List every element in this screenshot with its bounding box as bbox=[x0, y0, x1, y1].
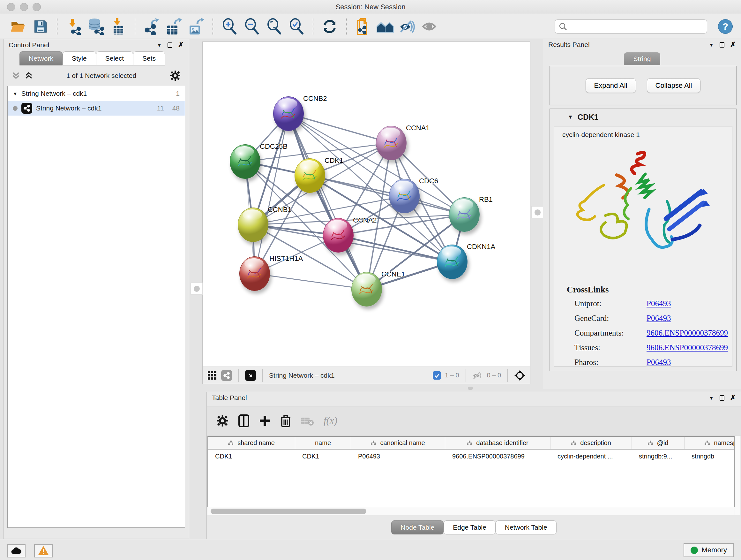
network-node-cdc25b[interactable] bbox=[230, 144, 260, 179]
first-neighbors-button[interactable] bbox=[375, 17, 395, 37]
crosslink-link[interactable]: P06493 bbox=[647, 314, 671, 323]
right-splitter-handle[interactable] bbox=[531, 206, 543, 219]
tab-string[interactable]: String bbox=[624, 52, 661, 65]
network-collection-row[interactable]: ▼ String Network – cdk1 1 bbox=[8, 86, 185, 101]
window-zoom-button[interactable] bbox=[32, 3, 41, 11]
network-edge[interactable] bbox=[338, 235, 452, 262]
horizontal-splitter-grip[interactable] bbox=[468, 387, 473, 390]
show-columns-icon[interactable] bbox=[238, 414, 250, 428]
network-options-gear-icon[interactable] bbox=[170, 70, 181, 81]
maximize-panel-icon[interactable] bbox=[720, 42, 724, 48]
expand-all-button[interactable]: Expand All bbox=[586, 78, 636, 93]
column-header-name[interactable]: name bbox=[295, 437, 351, 449]
export-network-button[interactable] bbox=[142, 17, 161, 37]
network-edge[interactable] bbox=[255, 273, 367, 289]
collapse-entry-icon[interactable]: ▼ bbox=[568, 114, 573, 120]
table-cell[interactable]: 9606.ENSP00000378699 bbox=[445, 453, 550, 460]
table-cell[interactable]: CDK1 bbox=[295, 453, 351, 460]
table-cell[interactable]: stringdb bbox=[684, 453, 735, 460]
network-node-cdk1[interactable] bbox=[294, 159, 325, 193]
show-all-button[interactable] bbox=[420, 17, 440, 37]
maximize-panel-icon[interactable] bbox=[720, 395, 724, 401]
expand-all-networks-icon[interactable] bbox=[24, 71, 33, 80]
close-panel-icon[interactable]: ✗ bbox=[730, 41, 736, 48]
fit-content-crosshair-icon[interactable] bbox=[514, 370, 526, 381]
warnings-button[interactable] bbox=[34, 544, 53, 557]
table-cell[interactable]: P06493 bbox=[351, 453, 445, 460]
column-header-shared-name[interactable]: shared name bbox=[208, 437, 295, 449]
table-horizontal-scrollbar[interactable] bbox=[207, 507, 735, 515]
collapse-all-networks-icon[interactable] bbox=[12, 71, 20, 80]
open-session-button[interactable] bbox=[8, 17, 28, 37]
table-vertical-scrollbar[interactable] bbox=[735, 436, 740, 515]
column-header-description[interactable]: description bbox=[550, 437, 632, 449]
crosslink-link[interactable]: 9606.ENSP00000378699 bbox=[647, 328, 728, 337]
hide-selected-button[interactable] bbox=[398, 17, 417, 37]
zoom-out-button[interactable] bbox=[242, 17, 262, 37]
detach-view-icon[interactable] bbox=[245, 370, 256, 381]
table-cell[interactable]: CDK1 bbox=[208, 453, 295, 460]
network-node-cdkn1a[interactable] bbox=[437, 245, 468, 279]
zoom-selected-button[interactable] bbox=[286, 17, 307, 37]
table-cell[interactable]: cyclin-dependent ... bbox=[550, 453, 632, 460]
crosslink-link[interactable]: P06493 bbox=[647, 358, 671, 367]
network-node-hist1h1a[interactable] bbox=[239, 256, 270, 291]
maximize-panel-icon[interactable] bbox=[167, 43, 172, 48]
network-canvas[interactable]: CCNB2 CCNA1 CDC25B CDK1 CDC6 bbox=[203, 42, 530, 367]
network-node-ccnb2[interactable] bbox=[273, 97, 304, 131]
import-network-file-button[interactable] bbox=[64, 17, 84, 37]
search-input[interactable] bbox=[569, 23, 703, 30]
float-panel-icon[interactable]: ▼ bbox=[709, 395, 714, 400]
crosslink-link[interactable]: 9606.ENSP00000378699 bbox=[647, 343, 728, 352]
tab-node-table[interactable]: Node Table bbox=[391, 520, 444, 535]
table-cell[interactable]: stringdb:9... bbox=[632, 453, 684, 460]
delete-column-trash-icon[interactable] bbox=[280, 415, 291, 427]
scrollbar-thumb[interactable] bbox=[211, 509, 366, 514]
network-row[interactable]: String Network – cdk1 11 48 bbox=[8, 101, 185, 116]
cloud-status-button[interactable] bbox=[7, 544, 25, 557]
network-node-rb1[interactable] bbox=[449, 197, 480, 232]
tree-expander-icon[interactable]: ▼ bbox=[13, 91, 17, 97]
left-splitter-handle[interactable] bbox=[191, 283, 203, 295]
tab-network-table[interactable]: Network Table bbox=[495, 520, 556, 535]
window-minimize-button[interactable] bbox=[20, 3, 28, 11]
birds-eye-grid-icon[interactable] bbox=[207, 370, 217, 381]
import-network-database-button[interactable] bbox=[86, 17, 106, 37]
column-header-namespace[interactable]: namespace bbox=[684, 437, 735, 449]
tab-edge-table[interactable]: Edge Table bbox=[444, 520, 495, 535]
crosslink-link[interactable]: P06493 bbox=[647, 299, 671, 308]
save-session-button[interactable] bbox=[30, 17, 51, 37]
network-overview-icon[interactable] bbox=[221, 370, 232, 381]
zoom-in-button[interactable] bbox=[219, 17, 239, 37]
export-table-button[interactable] bbox=[164, 17, 184, 37]
import-table-button[interactable] bbox=[109, 17, 128, 37]
close-panel-icon[interactable]: ✗ bbox=[178, 42, 184, 49]
create-column-plus-icon[interactable] bbox=[259, 415, 271, 427]
float-panel-icon[interactable]: ▼ bbox=[157, 43, 162, 48]
selected-nodes-checkbox[interactable] bbox=[433, 371, 441, 380]
network-node-cdc6[interactable] bbox=[389, 179, 420, 213]
memory-button[interactable]: Memory bbox=[684, 543, 734, 557]
column-header-canonical-name[interactable]: canonical name bbox=[351, 437, 445, 449]
tab-network[interactable]: Network bbox=[19, 51, 63, 65]
refresh-button[interactable] bbox=[320, 17, 340, 37]
network-node-ccna2[interactable] bbox=[323, 218, 354, 253]
network-edge[interactable] bbox=[288, 114, 367, 289]
float-panel-icon[interactable]: ▼ bbox=[709, 43, 714, 47]
close-panel-icon[interactable]: ✗ bbox=[730, 394, 736, 401]
network-edge[interactable] bbox=[288, 114, 391, 143]
network-edge[interactable] bbox=[310, 176, 464, 214]
column-header--id[interactable]: @id bbox=[632, 437, 684, 449]
duplicate-network-button[interactable] bbox=[353, 17, 373, 37]
tab-style[interactable]: Style bbox=[63, 51, 96, 65]
column-header-database-identifier[interactable]: database identifier bbox=[445, 437, 550, 449]
zoom-fit-button[interactable] bbox=[264, 17, 284, 37]
search-field[interactable] bbox=[555, 19, 707, 34]
network-node-ccnb1[interactable] bbox=[238, 207, 268, 242]
table-row[interactable]: CDK1CDK1P064939606.ENSP00000378699cyclin… bbox=[208, 449, 734, 463]
collapse-all-button[interactable]: Collapse All bbox=[647, 78, 701, 93]
help-button[interactable]: ? bbox=[718, 19, 733, 34]
export-image-button[interactable] bbox=[186, 17, 206, 37]
network-edge[interactable] bbox=[255, 114, 288, 273]
network-node-ccna1[interactable] bbox=[376, 126, 407, 160]
